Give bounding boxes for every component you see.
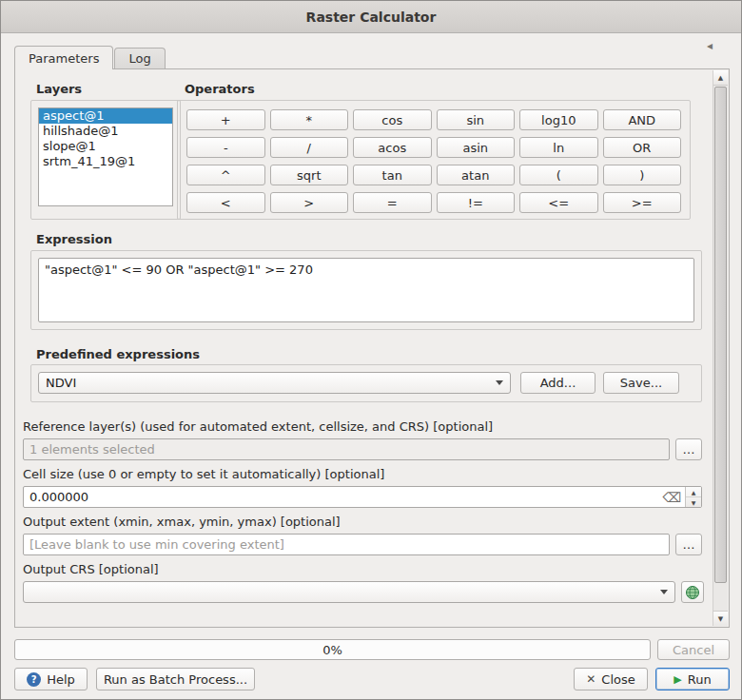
- parameters-panel: Layers aspect@1 hillshade@1 slope@1 srtm…: [14, 68, 730, 628]
- ellipsis-icon: …: [683, 442, 695, 457]
- predefined-group-label: Predefined expressions: [36, 347, 200, 361]
- ellipsis-icon: …: [683, 537, 695, 552]
- operator-button-and[interactable]: AND: [603, 109, 682, 130]
- help-label: Help: [47, 672, 75, 687]
- tab-log-label: Log: [128, 51, 150, 66]
- run-as-batch-process-label: Run as Batch Process...: [104, 672, 247, 687]
- operator-button-close-paren[interactable]: ): [603, 165, 682, 185]
- operator-button-not-equal[interactable]: !=: [437, 192, 516, 213]
- operator-button-tan[interactable]: tan: [353, 165, 432, 185]
- operator-button-sqrt[interactable]: sqrt: [270, 165, 349, 185]
- operator-button-atan[interactable]: atan: [437, 165, 516, 185]
- operator-button-acos[interactable]: acos: [353, 137, 432, 158]
- save-expression-label: Save...: [620, 376, 662, 390]
- layers-group-label: Layers: [36, 82, 82, 96]
- reference-layers-field[interactable]: 1 elements selected: [23, 438, 670, 460]
- layer-item[interactable]: hillshade@1: [39, 124, 172, 139]
- tab-parameters-label: Parameters: [29, 51, 99, 66]
- operator-button-ln[interactable]: ln: [519, 137, 598, 158]
- operator-button-cos[interactable]: cos: [353, 109, 432, 130]
- tab-log[interactable]: Log: [114, 48, 165, 68]
- operator-button-less-than[interactable]: <: [186, 192, 265, 213]
- add-expression-button[interactable]: Add...: [520, 372, 596, 394]
- cancel-label: Cancel: [673, 643, 714, 657]
- window-title: Raster Calculator: [306, 10, 437, 25]
- reference-layers-value: 1 elements selected: [29, 442, 155, 457]
- layer-item[interactable]: aspect@1: [39, 108, 172, 124]
- output-extent-input[interactable]: [23, 534, 670, 555]
- operator-button-minus[interactable]: -: [186, 137, 265, 158]
- operator-button-less-equal[interactable]: <=: [519, 192, 598, 213]
- help-button[interactable]: ? Help: [14, 668, 88, 690]
- raster-calculator-dialog: Raster Calculator Parameters Log ◂ Layer…: [0, 0, 742, 700]
- spin-up-icon[interactable]: ▲: [686, 487, 701, 496]
- clear-icon[interactable]: ⌫: [658, 490, 685, 505]
- operator-button-log10[interactable]: log10: [519, 109, 598, 130]
- help-icon: ?: [27, 672, 41, 687]
- operator-button-equals[interactable]: =: [353, 192, 432, 213]
- operators-grid: + * cos sin log10 AND - / acos asin ln O…: [186, 109, 681, 213]
- operators-group-label: Operators: [185, 82, 255, 96]
- tab-scroll-left-icon[interactable]: ◂: [707, 39, 713, 52]
- scrollbar-handle[interactable]: [714, 87, 727, 583]
- layer-item[interactable]: slope@1: [39, 139, 172, 154]
- tab-parameters[interactable]: Parameters: [14, 46, 113, 69]
- operator-button-multiply[interactable]: *: [270, 109, 349, 130]
- save-expression-button[interactable]: Save...: [603, 372, 679, 394]
- operator-button-divide[interactable]: /: [270, 137, 349, 158]
- spinner: ▲ ▼: [685, 487, 701, 507]
- add-expression-label: Add...: [540, 376, 576, 390]
- crs-globe-icon: [685, 585, 700, 600]
- output-extent-browse-button[interactable]: …: [675, 534, 702, 555]
- spin-down-icon[interactable]: ▼: [686, 496, 701, 507]
- close-label: Close: [601, 672, 635, 687]
- run-as-batch-process-button[interactable]: Run as Batch Process...: [96, 668, 255, 690]
- reference-layers-browse-button[interactable]: …: [675, 438, 702, 460]
- close-icon: ✕: [586, 672, 596, 686]
- layer-item[interactable]: srtm_41_19@1: [39, 154, 172, 169]
- run-button[interactable]: ▶ Run: [655, 668, 730, 690]
- vertical-scrollbar[interactable]: ▲ ▼: [713, 70, 728, 626]
- operator-button-plus[interactable]: +: [186, 109, 265, 130]
- select-crs-button[interactable]: [681, 581, 704, 603]
- operator-button-or[interactable]: OR: [603, 137, 682, 158]
- scroll-down-icon[interactable]: ▼: [713, 611, 728, 626]
- tabbar: Parameters Log: [14, 46, 166, 68]
- expression-text: "aspect@1" <= 90 OR "aspect@1" >= 270: [39, 259, 693, 281]
- cell-size-label: Cell size (use 0 or empty to set it auto…: [23, 467, 384, 481]
- operator-button-greater-than[interactable]: >: [270, 192, 349, 213]
- chevron-down-icon: [496, 380, 503, 385]
- cell-size-value: 0.000000: [29, 490, 88, 504]
- chevron-down-icon: [660, 590, 668, 594]
- run-icon: ▶: [674, 673, 681, 686]
- operator-button-asin[interactable]: asin: [437, 137, 516, 158]
- predefined-expressions-combobox[interactable]: NDVI: [38, 372, 511, 394]
- output-crs-combobox[interactable]: [23, 581, 675, 603]
- predefined-selected-value: NDVI: [46, 376, 76, 390]
- operator-button-power[interactable]: ^: [186, 165, 265, 185]
- expression-editor[interactable]: "aspect@1" <= 90 OR "aspect@1" >= 270: [38, 258, 694, 322]
- close-button[interactable]: ✕ Close: [574, 668, 648, 690]
- progress-bar: 0%: [14, 639, 651, 660]
- expression-group-label: Expression: [36, 232, 112, 246]
- progress-value: 0%: [322, 643, 342, 657]
- output-extent-label: Output extent (xmin, xmax, ymin, ymax) […: [23, 515, 341, 529]
- cell-size-spinbox[interactable]: 0.000000 ⌫ ▲ ▼: [23, 486, 702, 508]
- operator-button-greater-equal[interactable]: >=: [603, 192, 682, 213]
- layers-list[interactable]: aspect@1 hillshade@1 slope@1 srtm_41_19@…: [38, 107, 173, 206]
- cancel-button: Cancel: [657, 639, 730, 660]
- reference-layers-label: Reference layer(s) (used for automated e…: [23, 419, 493, 434]
- scroll-up-icon[interactable]: ▲: [713, 70, 728, 86]
- output-crs-label: Output CRS [optional]: [23, 562, 159, 576]
- titlebar[interactable]: Raster Calculator: [1, 1, 741, 33]
- operator-button-open-paren[interactable]: (: [519, 165, 598, 185]
- run-label: Run: [688, 672, 712, 687]
- operator-button-sin[interactable]: sin: [437, 109, 516, 130]
